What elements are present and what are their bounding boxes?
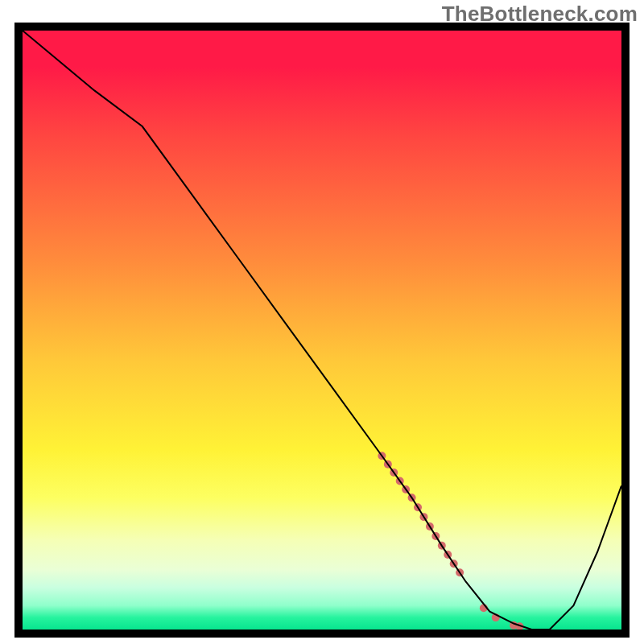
watermark-text: TheBottleneck.com: [442, 2, 638, 27]
chart-frame: TheBottleneck.com: [0, 0, 644, 644]
plot-border: [14, 23, 630, 638]
plot-area: [23, 31, 621, 630]
bottleneck-curve-path: [23, 31, 621, 630]
bottleneck-curve-svg: [23, 31, 621, 630]
highlight-dots-group: [378, 452, 523, 630]
